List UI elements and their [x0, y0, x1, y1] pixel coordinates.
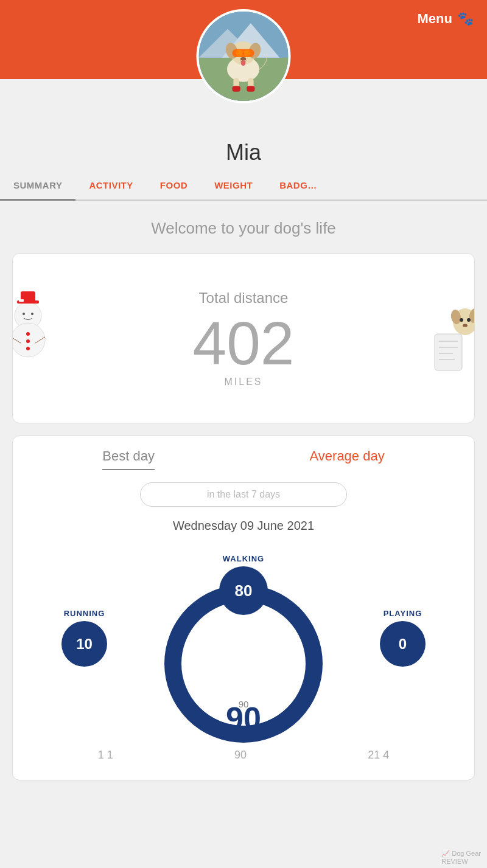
bottom-left: 1 1 [98, 749, 113, 762]
dog-name: Mia [0, 140, 487, 165]
walking-area: WALKING 80 [219, 554, 268, 615]
svg-point-9 [236, 50, 242, 57]
activity-visualization: WALKING 80 RUNNING 10 PLAYING 0 90 90 [25, 548, 462, 743]
tab-food[interactable]: FOOD [147, 172, 201, 200]
tab-weight[interactable]: WEIGHT [201, 172, 266, 200]
distance-title: Total distance [199, 290, 289, 307]
playing-value: 0 [380, 621, 426, 667]
svg-point-23 [23, 313, 25, 315]
svg-point-35 [463, 324, 468, 327]
svg-point-24 [31, 313, 33, 315]
playing-label: PLAYING [384, 609, 422, 618]
main-content: Welcome to your dog's life [0, 201, 487, 811]
svg-rect-36 [435, 334, 462, 370]
playing-area: PLAYING 0 [380, 609, 426, 667]
day-tab-bar: Best day Average day [25, 448, 462, 470]
avatar [197, 9, 291, 103]
bottom-numbers: 1 1 90 21 4 [25, 743, 462, 768]
svg-point-28 [26, 339, 30, 343]
svg-point-29 [26, 347, 30, 350]
tab-badges[interactable]: BADG… [266, 172, 331, 200]
svg-point-17 [241, 60, 246, 66]
distance-value: 402 [193, 313, 295, 373]
walking-label: WALKING [223, 554, 264, 563]
running-value: 10 [61, 621, 107, 667]
svg-rect-22 [19, 299, 24, 302]
bottom-center: 90 [234, 749, 247, 762]
svg-point-33 [460, 318, 463, 322]
menu-button[interactable]: Menu 🐾 [418, 11, 474, 27]
running-label: RUNNING [64, 609, 105, 618]
date-label: Wednesday 09 June 2021 [25, 519, 462, 533]
paw-icon: 🐾 [457, 11, 474, 27]
svg-point-10 [244, 50, 250, 57]
walking-value: 80 [219, 566, 268, 615]
distance-unit: MILES [224, 377, 262, 387]
tab-activity[interactable]: ACTIVITY [75, 172, 146, 200]
tab-summary[interactable]: SUMMARY [0, 172, 75, 201]
mascot-right [432, 291, 475, 385]
svg-point-34 [467, 318, 471, 322]
svg-point-27 [26, 332, 30, 336]
day-card: Best day Average day in the last 7 days … [12, 436, 475, 780]
mascot-left [12, 291, 52, 385]
header: Menu 🐾 [0, 0, 487, 79]
outer-ring-label: 90 [183, 700, 304, 737]
bottom-right: 21 4 [368, 749, 389, 762]
svg-rect-16 [247, 86, 254, 91]
menu-label: Menu [418, 11, 452, 27]
average-day-tab[interactable]: Average day [310, 448, 385, 470]
dog-avatar-image [199, 12, 289, 101]
filter-button[interactable]: in the last 7 days [140, 482, 347, 507]
welcome-text: Welcome to your dog's life [12, 219, 475, 238]
distance-card: Total distance 402 MILES [12, 253, 475, 423]
tab-bar: SUMMARY ACTIVITY FOOD WEIGHT BADG… [0, 172, 487, 201]
running-area: RUNNING 10 [61, 609, 107, 667]
svg-rect-15 [233, 86, 240, 91]
best-day-tab[interactable]: Best day [102, 448, 155, 470]
